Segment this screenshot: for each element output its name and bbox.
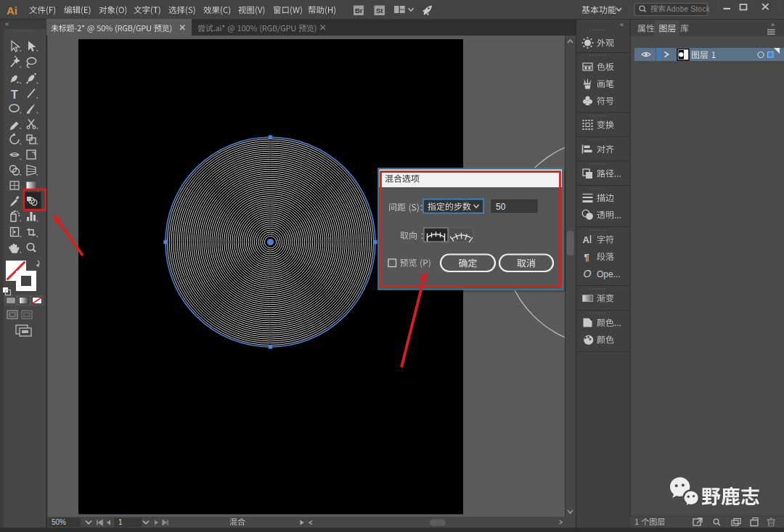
svg-text:Ope...: Ope... <box>597 269 621 279</box>
svg-text:O: O <box>584 268 592 279</box>
svg-text:Adobe Stock: Adobe Stock <box>666 5 711 13</box>
svg-text:T: T <box>11 89 18 101</box>
svg-text:Br: Br <box>355 7 363 15</box>
svg-text:St: St <box>376 7 383 15</box>
svg-text:A: A <box>583 234 590 245</box>
svg-text:1: 1 <box>118 518 123 526</box>
svg-text:50%: 50% <box>52 518 66 526</box>
svg-text:¶: ¶ <box>584 252 589 263</box>
svg-text:«: « <box>620 21 624 28</box>
svg-text:»: » <box>771 21 775 28</box>
svg-text:Ai: Ai <box>7 4 17 17</box>
svg-text:50: 50 <box>496 202 506 212</box>
